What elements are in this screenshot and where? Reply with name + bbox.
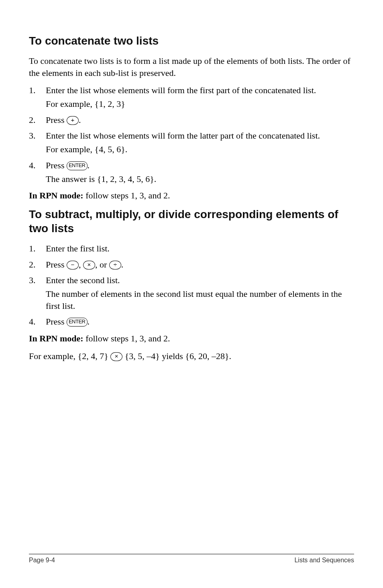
step-item: 2. Press +. bbox=[29, 114, 354, 126]
rpn-lead: In RPN mode: bbox=[29, 333, 84, 343]
step-number: 3. bbox=[29, 130, 40, 155]
step-number: 1. bbox=[29, 243, 40, 255]
rpn-lead: In RPN mode: bbox=[29, 190, 84, 200]
heading-subtract-multiply-divide: To subtract, multiply, or divide corresp… bbox=[29, 207, 354, 235]
step-subtext: For example, {4, 5, 6}. bbox=[46, 143, 354, 155]
step-post: . bbox=[79, 115, 81, 125]
step-number: 4. bbox=[29, 159, 40, 185]
step-pre: Press bbox=[46, 316, 67, 327]
step-body: Press ENTER. bbox=[46, 316, 354, 328]
rpn-rest: follow steps 1, 3, and 2. bbox=[84, 190, 170, 200]
step-pre: Press bbox=[46, 160, 67, 170]
step-body: Enter the list whose elements will form … bbox=[46, 130, 354, 155]
step-text: Enter the first list. bbox=[46, 243, 110, 253]
step-pre: Press bbox=[46, 115, 67, 125]
step-number: 2. bbox=[29, 114, 40, 126]
intro-paragraph: To concatenate two lists is to form a li… bbox=[29, 55, 354, 79]
footer-line: Page 9-4 Lists and Sequences bbox=[29, 557, 354, 564]
step-item: 4. Press ENTER. The answer is {1, 2, 3, … bbox=[29, 159, 354, 185]
step-pre: Press bbox=[46, 259, 67, 270]
step-body: Press −, ×, or ÷. bbox=[46, 259, 354, 271]
example-pre: For example, {2, 4, 7} bbox=[29, 351, 110, 361]
rpn-rest: follow steps 1, 3, and 2. bbox=[84, 333, 170, 343]
step-post: . bbox=[88, 316, 90, 327]
rpn-note-2: In RPN mode: follow steps 1, 3, and 2. bbox=[29, 333, 354, 345]
step-body: Enter the first list. bbox=[46, 243, 354, 255]
step-text: Enter the second list. bbox=[46, 275, 120, 285]
example-line: For example, {2, 4, 7} × {3, 5, –4} yiel… bbox=[29, 350, 354, 362]
step-body: Press ENTER. The answer is {1, 2, 3, 4, … bbox=[46, 159, 354, 185]
step-body: Enter the second list. The number of ele… bbox=[46, 274, 354, 312]
footer-rule bbox=[29, 554, 354, 554]
page-content: To concatenate two lists To concatenate … bbox=[29, 34, 354, 554]
example-post: {3, 5, –4} yields {6, 20, –28}. bbox=[122, 351, 231, 361]
step-body: Enter the list whose elements will form … bbox=[46, 84, 354, 110]
step-item: 3. Enter the list whose elements will fo… bbox=[29, 130, 354, 155]
chapter-title: Lists and Sequences bbox=[294, 557, 354, 564]
step-number: 1. bbox=[29, 84, 40, 110]
page: To concatenate two lists To concatenate … bbox=[0, 0, 383, 588]
step-number: 2. bbox=[29, 259, 40, 271]
step-subtext: The number of elements in the second lis… bbox=[46, 288, 354, 312]
step-body: Press +. bbox=[46, 114, 354, 126]
page-footer: Page 9-4 Lists and Sequences bbox=[29, 554, 354, 564]
step-text: Enter the list whose elements will form … bbox=[46, 131, 320, 141]
step-text: Enter the list whose elements will form … bbox=[46, 85, 316, 95]
step-item: 1. Enter the first list. bbox=[29, 243, 354, 255]
step-mid: , or bbox=[95, 259, 109, 270]
step-number: 3. bbox=[29, 274, 40, 312]
times-key-icon: × bbox=[83, 261, 95, 270]
step-subtext: The answer is {1, 2, 3, 4, 5, 6}. bbox=[46, 173, 354, 185]
steps-list-1: 1. Enter the list whose elements will fo… bbox=[29, 84, 354, 185]
page-number: Page 9-4 bbox=[29, 557, 55, 564]
step-item: 2. Press −, ×, or ÷. bbox=[29, 259, 354, 271]
step-item: 3. Enter the second list. The number of … bbox=[29, 274, 354, 312]
plus-key-icon: + bbox=[67, 116, 79, 125]
rpn-note-1: In RPN mode: follow steps 1, 3, and 2. bbox=[29, 190, 354, 202]
enter-key-icon: ENTER bbox=[67, 161, 88, 170]
step-number: 4. bbox=[29, 316, 40, 328]
step-post: . bbox=[88, 160, 90, 170]
step-mid: , bbox=[79, 259, 83, 270]
step-item: 4. Press ENTER. bbox=[29, 316, 354, 328]
steps-list-2: 1. Enter the first list. 2. Press −, ×, … bbox=[29, 243, 354, 328]
enter-key-icon: ENTER bbox=[67, 318, 88, 327]
step-post: . bbox=[121, 259, 124, 270]
heading-concatenate: To concatenate two lists bbox=[29, 34, 354, 48]
step-item: 1. Enter the list whose elements will fo… bbox=[29, 84, 354, 110]
step-subtext: For example, {1, 2, 3} bbox=[46, 98, 354, 110]
times-key-icon: × bbox=[110, 352, 122, 361]
divide-key-icon: ÷ bbox=[109, 261, 121, 270]
minus-key-icon: − bbox=[67, 261, 79, 270]
